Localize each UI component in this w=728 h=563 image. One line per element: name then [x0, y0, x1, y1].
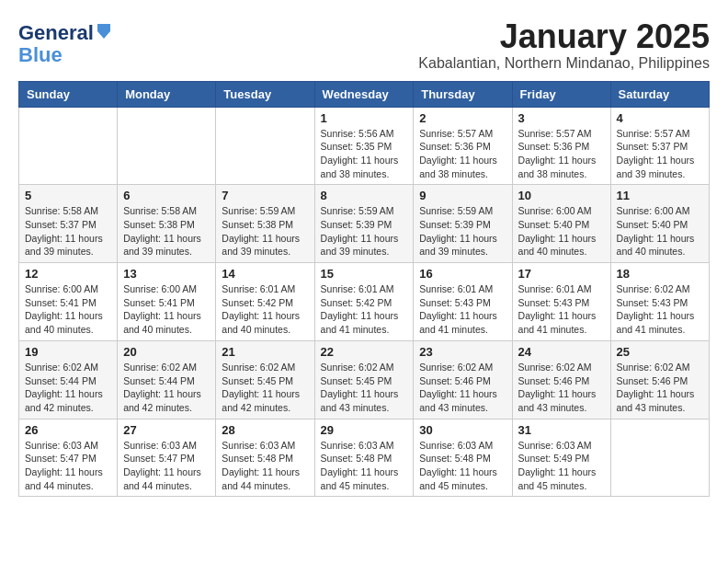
- day-info: Sunrise: 6:03 AM Sunset: 5:49 PM Dayligh…: [518, 439, 605, 493]
- calendar-cell: 24Sunrise: 6:02 AM Sunset: 5:46 PM Dayli…: [512, 340, 610, 419]
- day-info: Sunrise: 6:01 AM Sunset: 5:42 PM Dayligh…: [222, 282, 308, 337]
- day-info: Sunrise: 6:00 AM Sunset: 5:40 PM Dayligh…: [617, 204, 703, 259]
- weekday-header-sunday: Sunday: [19, 81, 118, 107]
- day-info: Sunrise: 6:01 AM Sunset: 5:42 PM Dayligh…: [321, 282, 408, 337]
- week-row-4: 19Sunrise: 6:02 AM Sunset: 5:44 PM Dayli…: [19, 340, 710, 419]
- day-number: 1: [321, 111, 408, 125]
- calendar-cell: 15Sunrise: 6:01 AM Sunset: 5:42 PM Dayli…: [314, 263, 414, 341]
- day-info: Sunrise: 6:02 AM Sunset: 5:46 PM Dayligh…: [419, 361, 506, 415]
- calendar-cell: 11Sunrise: 6:00 AM Sunset: 5:40 PM Dayli…: [610, 185, 709, 263]
- day-info: Sunrise: 5:58 AM Sunset: 5:37 PM Dayligh…: [25, 204, 111, 259]
- day-info: Sunrise: 6:00 AM Sunset: 5:41 PM Dayligh…: [123, 282, 210, 337]
- calendar-title: January 2025: [18, 18, 710, 55]
- day-info: Sunrise: 5:59 AM Sunset: 5:39 PM Dayligh…: [419, 204, 506, 259]
- day-number: 18: [617, 267, 703, 281]
- week-row-5: 26Sunrise: 6:03 AM Sunset: 5:47 PM Dayli…: [19, 419, 710, 497]
- calendar-cell: 28Sunrise: 6:03 AM Sunset: 5:48 PM Dayli…: [216, 419, 314, 497]
- calendar-header: January 2025 Kabalantian, Northern Minda…: [18, 18, 710, 72]
- day-number: 2: [419, 111, 506, 125]
- day-info: Sunrise: 6:02 AM Sunset: 5:46 PM Dayligh…: [617, 361, 703, 415]
- day-number: 23: [419, 345, 506, 359]
- calendar-cell: 4Sunrise: 5:57 AM Sunset: 5:37 PM Daylig…: [610, 107, 709, 185]
- day-info: Sunrise: 6:02 AM Sunset: 5:45 PM Dayligh…: [321, 361, 408, 415]
- day-number: 29: [321, 423, 408, 437]
- day-info: Sunrise: 6:02 AM Sunset: 5:44 PM Dayligh…: [123, 361, 210, 415]
- week-row-1: 1Sunrise: 5:56 AM Sunset: 5:35 PM Daylig…: [19, 107, 710, 185]
- day-number: 30: [419, 423, 506, 437]
- logo-bird-icon: [96, 22, 112, 39]
- calendar-cell: [118, 107, 216, 185]
- day-info: Sunrise: 5:59 AM Sunset: 5:39 PM Dayligh…: [321, 204, 408, 259]
- calendar-cell: 1Sunrise: 5:56 AM Sunset: 5:35 PM Daylig…: [314, 107, 414, 185]
- day-info: Sunrise: 6:01 AM Sunset: 5:43 PM Dayligh…: [518, 282, 605, 337]
- day-number: 20: [123, 345, 210, 359]
- day-info: Sunrise: 6:00 AM Sunset: 5:41 PM Dayligh…: [25, 282, 111, 337]
- day-number: 10: [518, 189, 605, 202]
- calendar-cell: 27Sunrise: 6:03 AM Sunset: 5:47 PM Dayli…: [118, 419, 216, 497]
- weekday-header-wednesday: Wednesday: [314, 81, 414, 107]
- day-number: 6: [123, 189, 210, 202]
- calendar-cell: 31Sunrise: 6:03 AM Sunset: 5:49 PM Dayli…: [512, 419, 610, 497]
- day-number: 24: [518, 345, 605, 359]
- calendar-cell: 7Sunrise: 5:59 AM Sunset: 5:38 PM Daylig…: [216, 185, 314, 263]
- calendar-cell: 22Sunrise: 6:02 AM Sunset: 5:45 PM Dayli…: [314, 340, 414, 419]
- day-number: 9: [419, 189, 506, 202]
- calendar-cell: 14Sunrise: 6:01 AM Sunset: 5:42 PM Dayli…: [216, 263, 314, 341]
- calendar-cell: 19Sunrise: 6:02 AM Sunset: 5:44 PM Dayli…: [19, 340, 118, 419]
- calendar-cell: 30Sunrise: 6:03 AM Sunset: 5:48 PM Dayli…: [414, 419, 512, 497]
- day-number: 31: [518, 423, 605, 437]
- day-number: 13: [123, 267, 210, 281]
- calendar-cell: 18Sunrise: 6:02 AM Sunset: 5:43 PM Dayli…: [610, 263, 709, 341]
- weekday-header-saturday: Saturday: [610, 81, 709, 107]
- svg-marker-0: [97, 24, 110, 39]
- day-number: 19: [25, 345, 111, 359]
- day-info: Sunrise: 6:02 AM Sunset: 5:45 PM Dayligh…: [222, 361, 308, 415]
- day-info: Sunrise: 5:59 AM Sunset: 5:38 PM Dayligh…: [222, 204, 308, 259]
- day-info: Sunrise: 5:56 AM Sunset: 5:35 PM Dayligh…: [321, 127, 408, 181]
- day-number: 21: [222, 345, 308, 359]
- day-info: Sunrise: 5:58 AM Sunset: 5:38 PM Dayligh…: [123, 204, 210, 259]
- calendar-cell: 9Sunrise: 5:59 AM Sunset: 5:39 PM Daylig…: [414, 185, 512, 263]
- day-number: 11: [617, 189, 703, 202]
- weekday-header-thursday: Thursday: [414, 81, 512, 107]
- calendar-cell: 17Sunrise: 6:01 AM Sunset: 5:43 PM Dayli…: [512, 263, 610, 341]
- day-info: Sunrise: 6:02 AM Sunset: 5:44 PM Dayligh…: [25, 361, 111, 415]
- weekday-header-row: SundayMondayTuesdayWednesdayThursdayFrid…: [19, 81, 710, 107]
- calendar-cell: 25Sunrise: 6:02 AM Sunset: 5:46 PM Dayli…: [610, 340, 709, 419]
- logo: General Blue: [18, 22, 112, 66]
- calendar-cell: 5Sunrise: 5:58 AM Sunset: 5:37 PM Daylig…: [19, 185, 118, 263]
- day-info: Sunrise: 6:03 AM Sunset: 5:48 PM Dayligh…: [222, 439, 308, 493]
- day-info: Sunrise: 6:02 AM Sunset: 5:43 PM Dayligh…: [617, 282, 703, 337]
- week-row-2: 5Sunrise: 5:58 AM Sunset: 5:37 PM Daylig…: [19, 185, 710, 263]
- calendar-table: SundayMondayTuesdayWednesdayThursdayFrid…: [18, 81, 710, 498]
- calendar-cell: [19, 107, 118, 185]
- calendar-cell: 2Sunrise: 5:57 AM Sunset: 5:36 PM Daylig…: [414, 107, 512, 185]
- day-number: 27: [123, 423, 210, 437]
- week-row-3: 12Sunrise: 6:00 AM Sunset: 5:41 PM Dayli…: [19, 263, 710, 341]
- logo-blue: Blue: [18, 43, 63, 66]
- calendar-cell: 6Sunrise: 5:58 AM Sunset: 5:38 PM Daylig…: [118, 185, 216, 263]
- day-info: Sunrise: 6:02 AM Sunset: 5:46 PM Dayligh…: [518, 361, 605, 415]
- calendar-cell: 29Sunrise: 6:03 AM Sunset: 5:48 PM Dayli…: [314, 419, 414, 497]
- day-info: Sunrise: 6:03 AM Sunset: 5:47 PM Dayligh…: [123, 439, 210, 493]
- day-number: 16: [419, 267, 506, 281]
- day-number: 15: [321, 267, 408, 281]
- calendar-cell: 20Sunrise: 6:02 AM Sunset: 5:44 PM Dayli…: [118, 340, 216, 419]
- calendar-cell: 13Sunrise: 6:00 AM Sunset: 5:41 PM Dayli…: [118, 263, 216, 341]
- day-number: 7: [222, 189, 308, 202]
- calendar-cell: 12Sunrise: 6:00 AM Sunset: 5:41 PM Dayli…: [19, 263, 118, 341]
- weekday-header-monday: Monday: [118, 81, 216, 107]
- day-number: 22: [321, 345, 408, 359]
- day-number: 25: [617, 345, 703, 359]
- calendar-cell: 26Sunrise: 6:03 AM Sunset: 5:47 PM Dayli…: [19, 419, 118, 497]
- day-number: 26: [25, 423, 111, 437]
- day-number: 8: [321, 189, 408, 202]
- weekday-header-friday: Friday: [512, 81, 610, 107]
- day-number: 12: [25, 267, 111, 281]
- day-number: 14: [222, 267, 308, 281]
- day-number: 4: [617, 111, 703, 125]
- calendar-cell: 23Sunrise: 6:02 AM Sunset: 5:46 PM Dayli…: [414, 340, 512, 419]
- weekday-header-tuesday: Tuesday: [216, 81, 314, 107]
- logo-general: General: [18, 22, 94, 44]
- calendar-cell: 3Sunrise: 5:57 AM Sunset: 5:36 PM Daylig…: [512, 107, 610, 185]
